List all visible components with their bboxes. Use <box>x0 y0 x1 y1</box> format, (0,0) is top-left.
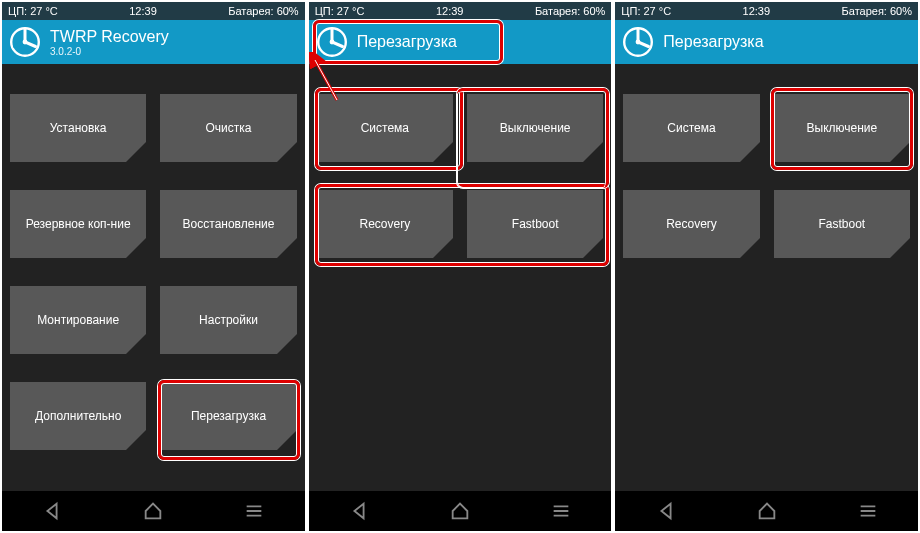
tile-fastboot[interactable]: Fastboot <box>467 190 603 258</box>
tile-backup[interactable]: Резервное коп-ние <box>10 190 146 258</box>
tile-install[interactable]: Установка <box>10 94 146 162</box>
tile-poweroff[interactable]: Выключение <box>774 94 910 162</box>
twrp-logo-icon <box>317 27 347 57</box>
content-grid: Система Выключение Recovery Fastboot <box>615 64 918 491</box>
tile-recovery[interactable]: Recovery <box>623 190 759 258</box>
nav-back-icon[interactable] <box>41 500 63 522</box>
header-title: Перезагрузка <box>663 33 763 51</box>
nav-home-icon[interactable] <box>142 500 164 522</box>
svg-point-5 <box>636 40 641 45</box>
tile-reboot[interactable]: Перезагрузка <box>160 382 296 450</box>
svg-point-1 <box>23 40 28 45</box>
status-battery: Батарея: 60% <box>535 5 605 17</box>
nav-home-icon[interactable] <box>449 500 471 522</box>
header-version: 3.0.2-0 <box>50 46 169 57</box>
screen-2: ЦП: 27 °C 12:39 Батарея: 60% Перезагрузк… <box>309 2 612 531</box>
status-temp: ЦП: 27 °C <box>315 5 365 17</box>
tile-system[interactable]: Система <box>623 94 759 162</box>
status-time: 12:39 <box>129 5 157 17</box>
header-title: TWRP Recovery <box>50 28 169 46</box>
status-battery: Батарея: 60% <box>842 5 912 17</box>
nav-menu-icon[interactable] <box>243 500 265 522</box>
screen-1: ЦП: 27 °C 12:39 Батарея: 60% TWRP Recove… <box>2 2 305 531</box>
tile-recovery[interactable]: Recovery <box>317 190 453 258</box>
navbar <box>615 491 918 531</box>
tile-wipe[interactable]: Очистка <box>160 94 296 162</box>
status-time: 12:39 <box>436 5 464 17</box>
nav-menu-icon[interactable] <box>857 500 879 522</box>
tile-system[interactable]: Система <box>317 94 453 162</box>
status-bar: ЦП: 27 °C 12:39 Батарея: 60% <box>615 2 918 20</box>
header[interactable]: Перезагрузка <box>615 20 918 64</box>
status-temp: ЦП: 27 °C <box>8 5 58 17</box>
header-title: Перезагрузка <box>357 33 457 51</box>
tile-restore[interactable]: Восстановление <box>160 190 296 258</box>
header[interactable]: Перезагрузка <box>309 20 612 64</box>
navbar <box>309 491 612 531</box>
status-bar: ЦП: 27 °C 12:39 Батарея: 60% <box>2 2 305 20</box>
tile-mount[interactable]: Монтирование <box>10 286 146 354</box>
status-battery: Батарея: 60% <box>228 5 298 17</box>
nav-back-icon[interactable] <box>655 500 677 522</box>
content-grid: Система Выключение Recovery Fastboot <box>309 64 612 491</box>
status-temp: ЦП: 27 °C <box>621 5 671 17</box>
nav-menu-icon[interactable] <box>550 500 572 522</box>
header: TWRP Recovery 3.0.2-0 <box>2 20 305 64</box>
content-grid: Установка Очистка Резервное коп-ние Восс… <box>2 64 305 491</box>
tile-poweroff[interactable]: Выключение <box>467 94 603 162</box>
svg-point-3 <box>329 40 334 45</box>
status-time: 12:39 <box>743 5 771 17</box>
nav-back-icon[interactable] <box>348 500 370 522</box>
nav-home-icon[interactable] <box>756 500 778 522</box>
twrp-logo-icon <box>623 27 653 57</box>
screen-3: ЦП: 27 °C 12:39 Батарея: 60% Перезагрузк… <box>615 2 918 531</box>
twrp-logo-icon <box>10 27 40 57</box>
navbar <box>2 491 305 531</box>
tile-advanced[interactable]: Дополнительно <box>10 382 146 450</box>
status-bar: ЦП: 27 °C 12:39 Батарея: 60% <box>309 2 612 20</box>
tile-settings[interactable]: Настройки <box>160 286 296 354</box>
tile-fastboot[interactable]: Fastboot <box>774 190 910 258</box>
